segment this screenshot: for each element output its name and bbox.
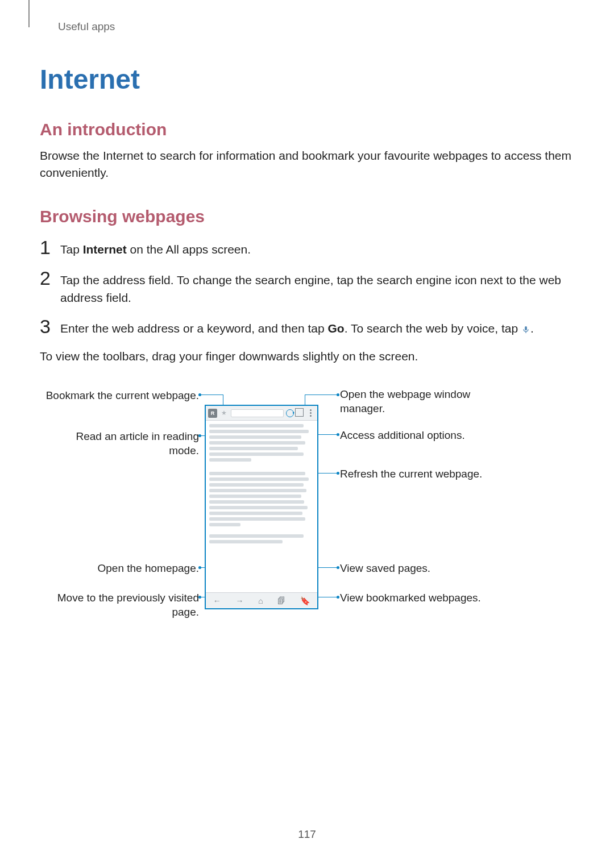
forward-icon: → — [236, 596, 244, 605]
tabs-icon — [296, 409, 304, 417]
lead-line — [315, 434, 338, 435]
browser-bottombar: ← → ⌂ 🗐 🔖 — [206, 592, 317, 608]
step-number: 2 — [40, 268, 60, 288]
step-text: Tap the address field. To change the sea… — [60, 268, 574, 306]
refresh-icon — [286, 409, 294, 417]
step-number: 3 — [40, 317, 60, 336]
home-icon: ⌂ — [258, 596, 263, 605]
after-steps-note: To view the toolbars, drag your finger d… — [40, 348, 574, 365]
steps-list: 1 Tap Internet on the All apps screen. 2… — [40, 238, 574, 338]
callout-reading-mode: Read an article in reading mode. — [45, 430, 199, 458]
step-2: 2 Tap the address field. To change the s… — [40, 268, 574, 306]
callout-window-manager: Open the webpage window manager. — [340, 388, 499, 416]
address-field — [231, 409, 284, 417]
callout-refresh: Refresh the current webpage. — [340, 467, 499, 481]
callout-homepage: Open the homepage. — [45, 562, 199, 576]
section-browsing-heading: Browsing webpages — [40, 207, 574, 226]
page-title: Internet — [40, 64, 574, 95]
lead-line — [305, 394, 338, 395]
callout-saved-pages: View saved pages. — [340, 562, 499, 576]
reader-mode-icon: R — [208, 409, 217, 418]
callout-back: Move to the previously visited page. — [45, 591, 199, 619]
step-text: Tap Internet on the All apps screen. — [60, 238, 251, 258]
placeholder-content — [209, 472, 314, 526]
bookmarks-icon: 🔖 — [300, 596, 310, 605]
step-1: 1 Tap Internet on the All apps screen. — [40, 238, 574, 258]
step-text: Enter the web address or a keyword, and … — [60, 317, 534, 337]
section-intro-body: Browse the Internet to search for inform… — [40, 147, 574, 182]
lead-line — [200, 394, 223, 395]
callout-more-options: Access additional options. — [340, 429, 499, 443]
step-number: 1 — [40, 238, 60, 257]
bookmark-star-icon: ★ — [219, 409, 229, 418]
placeholder-content — [209, 534, 314, 543]
breadcrumb: Useful apps — [40, 0, 574, 33]
back-icon: ← — [213, 596, 221, 605]
more-options-icon — [306, 409, 315, 418]
page-number: 117 — [0, 828, 614, 841]
step-3: 3 Enter the web address or a keyword, an… — [40, 317, 574, 337]
top-rule — [28, 0, 30, 27]
browser-diagram: Bookmark the current webpage. Read an ar… — [40, 388, 574, 638]
phone-mock: R ★ — [205, 405, 318, 609]
section-intro-heading: An introduction — [40, 120, 574, 139]
saved-pages-icon: 🗐 — [277, 596, 285, 605]
placeholder-content — [209, 424, 314, 462]
browser-topbar: R ★ — [206, 406, 317, 421]
callout-bookmarks: View bookmarked webpages. — [340, 591, 499, 605]
microphone-icon — [521, 325, 530, 334]
callout-bookmark: Bookmark the current webpage. — [45, 389, 199, 403]
